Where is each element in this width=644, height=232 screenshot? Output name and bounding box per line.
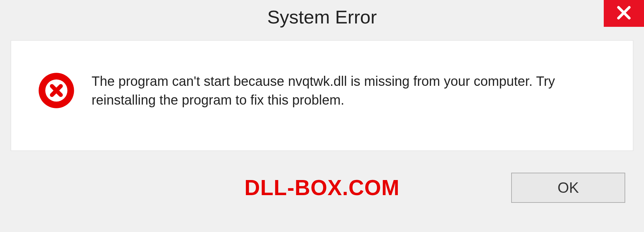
message-panel: The program can't start because nvqtwk.d…	[11, 40, 633, 151]
error-message: The program can't start because nvqtwk.d…	[92, 72, 606, 109]
close-icon	[616, 5, 632, 22]
watermark-text: DLL-BOX.COM	[245, 175, 400, 200]
dialog-title: System Error	[267, 6, 377, 28]
titlebar: System Error	[0, 0, 644, 34]
dialog-footer: DLL-BOX.COM OK	[0, 151, 644, 225]
ok-button-label: OK	[557, 179, 579, 196]
error-icon	[38, 72, 75, 109]
ok-button[interactable]: OK	[511, 173, 625, 203]
close-button[interactable]	[604, 0, 644, 27]
